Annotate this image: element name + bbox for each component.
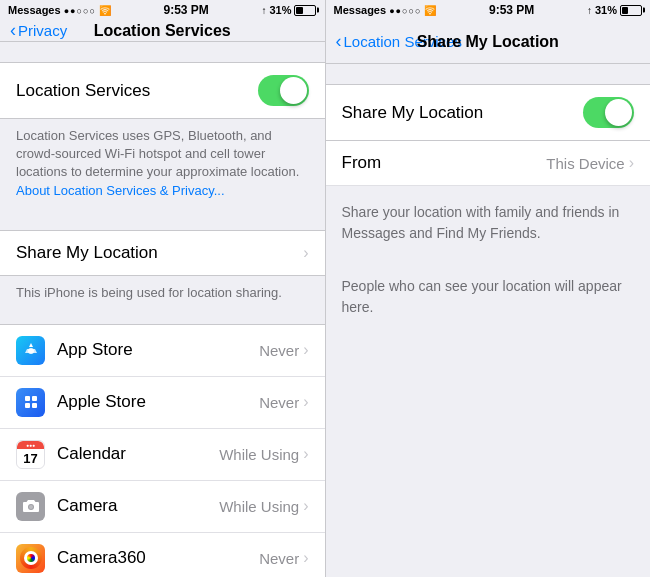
description-body: Location Services uses GPS, Bluetooth, a…	[16, 128, 299, 179]
left-time: 9:53 PM	[164, 3, 209, 17]
app-store-icon	[16, 336, 45, 365]
right-carrier-text: Messages	[334, 4, 387, 16]
calendar-label: Calendar	[57, 444, 126, 464]
signal-dots: ●●○○○	[64, 6, 96, 16]
camera-label: Camera	[57, 496, 117, 516]
share-location-toggle-label: Share My Location	[342, 103, 484, 123]
list-item[interactable]: Camera360 Never ›	[0, 533, 325, 577]
wifi-icon: 🛜	[99, 5, 111, 16]
camera360-value: Never	[259, 550, 299, 567]
camera360-icon	[16, 544, 45, 573]
camera-icon	[16, 492, 45, 521]
share-location-toggle[interactable]	[583, 97, 634, 128]
left-back-button[interactable]: ‹ Privacy	[10, 20, 67, 41]
app-store-right: Never ›	[259, 341, 308, 359]
calendar-chevron-icon: ›	[303, 445, 308, 463]
calendar-row-left: ●●● 17 Calendar	[16, 440, 126, 469]
status-bars: Messages ●●○○○ 🛜 9:53 PM ↑ 31% Messages …	[0, 0, 650, 20]
svg-point-0	[28, 348, 34, 354]
camera360-label: Camera360	[57, 548, 146, 568]
left-panel: ‹ Privacy Location Services Location Ser…	[0, 20, 325, 577]
left-status-bar: Messages ●●○○○ 🛜 9:53 PM ↑ 31%	[0, 0, 325, 20]
left-nav-bar: ‹ Privacy Location Services	[0, 20, 325, 42]
from-value: This Device	[546, 155, 624, 172]
main-content: ‹ Privacy Location Services Location Ser…	[0, 20, 650, 577]
camera-chevron-icon: ›	[303, 497, 308, 515]
right-nav-bar: ‹ Location Services Share My Location	[326, 20, 651, 64]
left-nav-title: Location Services	[94, 22, 231, 40]
app-list-card: App Store Never ›	[0, 324, 325, 577]
carrier-text: Messages	[8, 4, 61, 16]
share-my-location-row[interactable]: Share My Location ›	[0, 230, 325, 276]
battery-pct-right: 31%	[595, 4, 617, 16]
share-my-location-label: Share My Location	[16, 243, 158, 263]
from-section: From This Device ›	[326, 141, 651, 186]
from-chevron-icon: ›	[629, 154, 634, 172]
svg-point-6	[29, 505, 33, 509]
right-location-icon: ↑	[587, 5, 592, 16]
location-services-toggle-row: Location Services	[0, 62, 325, 119]
left-back-chevron-icon: ‹	[10, 20, 16, 41]
share-my-location-right: ›	[303, 244, 308, 262]
share-my-location-chevron-icon: ›	[303, 244, 308, 262]
right-panel: ‹ Location Services Share My Location Sh…	[326, 20, 651, 577]
apple-store-label: Apple Store	[57, 392, 146, 412]
apple-store-row-left: Apple Store	[16, 388, 146, 417]
app-store-label: App Store	[57, 340, 133, 360]
calendar-right: While Using ›	[219, 445, 308, 463]
location-privacy-link[interactable]: About Location Services & Privacy...	[16, 183, 225, 198]
location-services-label: Location Services	[16, 81, 150, 101]
share-location-description: Share your location with family and frie…	[342, 202, 635, 244]
list-item[interactable]: App Store Never ›	[0, 325, 325, 377]
apple-store-right: Never ›	[259, 393, 308, 411]
app-store-value: Never	[259, 342, 299, 359]
apple-store-icon	[16, 388, 45, 417]
battery-icon-right	[620, 5, 642, 16]
app-store-row-left: App Store	[16, 336, 133, 365]
camera-row-left: Camera	[16, 492, 117, 521]
location-services-toggle[interactable]	[258, 75, 309, 106]
battery-pct-left: 31%	[269, 4, 291, 16]
svg-rect-1	[25, 396, 30, 401]
apple-store-chevron-icon: ›	[303, 393, 308, 411]
location-services-description: Location Services uses GPS, Bluetooth, a…	[0, 119, 325, 210]
right-signal-dots: ●●○○○	[389, 6, 421, 16]
app-list: App Store Never ›	[0, 324, 325, 577]
camera360-chevron-icon: ›	[303, 549, 308, 567]
camera-value: While Using	[219, 498, 299, 515]
iphone-location-desc: This iPhone is being used for location s…	[0, 276, 325, 314]
list-item[interactable]: ●●● 17 Calendar While Using ›	[0, 429, 325, 481]
left-status-right: ↑ 31%	[261, 4, 316, 16]
calendar-icon: ●●● 17	[16, 440, 45, 469]
right-status-bar: Messages ●●○○○ 🛜 9:53 PM ↑ 31%	[326, 0, 651, 20]
camera360-right: Never ›	[259, 549, 308, 567]
right-back-chevron-icon: ‹	[336, 31, 342, 52]
svg-rect-2	[32, 396, 37, 401]
apple-store-value: Never	[259, 394, 299, 411]
battery-icon-left	[294, 5, 316, 16]
from-right: This Device ›	[546, 154, 634, 172]
camera360-row-left: Camera360	[16, 544, 146, 573]
list-item[interactable]: Camera While Using ›	[0, 481, 325, 533]
svg-rect-4	[32, 403, 37, 408]
share-location-toggle-row: Share My Location	[326, 84, 651, 141]
list-item[interactable]: Apple Store Never ›	[0, 377, 325, 429]
app-store-chevron-icon: ›	[303, 341, 308, 359]
from-row[interactable]: From This Device ›	[326, 141, 651, 186]
camera-right: While Using ›	[219, 497, 308, 515]
location-icon: ↑	[261, 5, 266, 16]
right-carrier: Messages ●●○○○ 🛜	[334, 4, 437, 16]
right-nav-title: Share My Location	[417, 33, 559, 51]
people-location-desc: People who can see your location will ap…	[342, 276, 635, 318]
calendar-value: While Using	[219, 446, 299, 463]
right-time: 9:53 PM	[489, 3, 534, 17]
left-back-label: Privacy	[18, 22, 67, 39]
right-wifi-icon: 🛜	[424, 5, 436, 16]
svg-rect-3	[25, 403, 30, 408]
left-carrier: Messages ●●○○○ 🛜	[8, 4, 111, 16]
right-status-right: ↑ 31%	[587, 4, 642, 16]
from-label: From	[342, 153, 382, 173]
